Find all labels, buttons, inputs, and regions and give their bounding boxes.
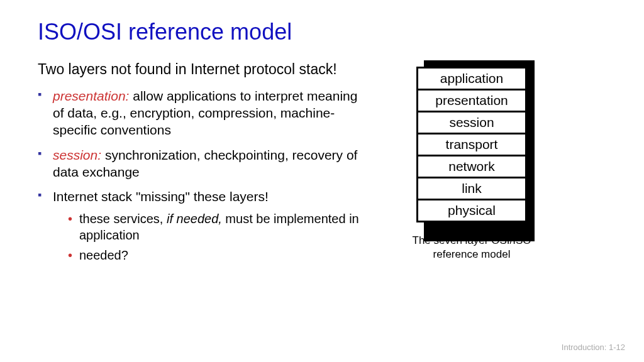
subbullet-italic: if needed, (167, 212, 222, 226)
subbullet-text: these services, (79, 212, 167, 226)
layer-network: network (418, 156, 525, 178)
diagram-column: application presentation session transpo… (390, 60, 553, 271)
subbullet-needed: needed? (68, 247, 365, 263)
slide-footer: Introduction: 1-12 (562, 343, 625, 352)
bullet-presentation: presentation: allow applications to inte… (38, 87, 365, 139)
layer-session: session (418, 112, 525, 134)
layer-application: application (418, 69, 525, 90)
layer-transport: transport (418, 134, 525, 156)
term-session: session: (53, 148, 101, 162)
slide-title: ISO/OSI reference model (38, 19, 606, 45)
layer-presentation: presentation (418, 90, 525, 112)
layer-link: link (418, 178, 525, 200)
subbullet-text: needed? (79, 248, 128, 262)
subbullet-services: these services, if needed, must be imple… (68, 211, 365, 243)
layer-physical: physical (418, 200, 525, 221)
bullet-text: Internet stack "missing" these layers! (53, 189, 269, 204)
bullet-session: session: synchronization, checkpointing,… (38, 146, 365, 181)
term-presentation: presentation: (53, 89, 129, 103)
bullet-missing: Internet stack "missing" these layers! t… (38, 188, 365, 263)
text-content: Two layers not found in Internet protoco… (38, 60, 365, 271)
intro-text: Two layers not found in Internet protoco… (38, 60, 365, 79)
osi-stack: application presentation session transpo… (416, 67, 527, 222)
